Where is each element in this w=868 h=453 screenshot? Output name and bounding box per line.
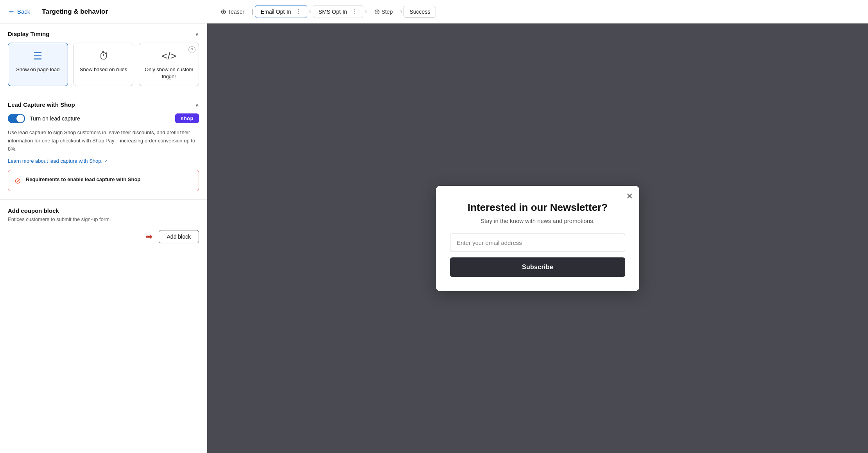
step-chevron-2: ›	[365, 7, 367, 16]
lead-toggle-row: Turn on lead capture shop	[8, 113, 199, 123]
sms-optin-dots-icon[interactable]: ⋮	[351, 8, 357, 15]
display-timing-header: Display Timing ∧	[0, 23, 207, 43]
email-optin-step-btn[interactable]: Email Opt-In ⋮	[255, 5, 307, 18]
external-link-icon: ↗	[104, 158, 108, 164]
coupon-description: Entices customers to submit the sign-up …	[8, 216, 199, 222]
arrow-right-icon: ➡	[145, 232, 152, 242]
timing-card-custom-trigger[interactable]: ? </> Only show on custom trigger	[139, 43, 199, 86]
timing-card-rules-label: Show based on rules	[80, 66, 127, 73]
back-arrow-icon: ←	[8, 7, 15, 16]
subscribe-button[interactable]: Subscribe	[450, 257, 625, 277]
display-timing-title: Display Timing	[8, 31, 49, 37]
teaser-label: Teaser	[228, 9, 244, 15]
nav-step-email: Email Opt-In ⋮ ›	[255, 5, 311, 18]
lead-capture-toggle[interactable]	[8, 114, 25, 123]
coupon-add-row: ➡ Add block	[8, 230, 199, 243]
lead-capture-collapse-icon[interactable]: ∧	[195, 102, 199, 108]
lead-capture-section: Lead Capture with Shop ∧ Turn on lead ca…	[0, 94, 207, 199]
modal-subtitle: Stay in the know with news and promotion…	[450, 218, 625, 224]
toggle-left: Turn on lead capture	[8, 114, 80, 123]
step-separator-1: |	[251, 7, 253, 16]
modal-popup: ✕ Interested in our Newsletter? Stay in …	[436, 186, 639, 291]
sms-optin-label: SMS Opt-In	[319, 9, 347, 15]
requirements-box[interactable]: ⊘ Requirements to enable lead capture wi…	[8, 170, 199, 191]
nav-step-step: ⊕ Step ›	[369, 5, 402, 18]
nav-step-teaser: ⊕ Teaser	[215, 5, 250, 18]
help-icon[interactable]: ?	[188, 46, 195, 53]
top-nav-left: ← Back Targeting & behavior	[0, 0, 207, 23]
timing-cards-container: ☰ Show on page load ⏱ Show based on rule…	[0, 43, 207, 94]
lead-capture-body: Turn on lead capture shop Use lead captu…	[0, 113, 207, 199]
step-chevron-3: ›	[400, 7, 402, 16]
display-timing-collapse-icon[interactable]: ∧	[195, 31, 199, 37]
left-panel: Display Timing ∧ ☰ Show on page load ⏱ S…	[0, 23, 207, 453]
success-step-btn[interactable]: Success	[404, 6, 436, 18]
step-chevron-1: ›	[309, 7, 311, 16]
lead-capture-header: Lead Capture with Shop ∧	[0, 94, 207, 113]
email-optin-label: Email Opt-In	[261, 9, 291, 15]
list-icon: ☰	[33, 50, 42, 62]
code-icon: </>	[161, 50, 176, 62]
teaser-step-btn[interactable]: ⊕ Teaser	[215, 5, 250, 18]
sms-optin-step-btn[interactable]: SMS Opt-In ⋮	[313, 5, 363, 18]
nav-step-sms: SMS Opt-In ⋮ ›	[313, 5, 367, 18]
requirements-text: Requirements to enable lead capture with…	[26, 176, 140, 183]
clock-icon: ⏱	[99, 50, 109, 62]
add-block-button[interactable]: Add block	[159, 230, 199, 243]
main-layout: Display Timing ∧ ☰ Show on page load ⏱ S…	[0, 23, 868, 453]
email-optin-dots-icon[interactable]: ⋮	[295, 8, 301, 15]
toggle-label: Turn on lead capture	[30, 115, 80, 122]
display-timing-section: Display Timing ∧ ☰ Show on page load ⏱ S…	[0, 23, 207, 94]
timing-card-custom-trigger-label: Only show on custom trigger	[144, 66, 194, 80]
plus-icon: ⊕	[221, 7, 226, 16]
modal-close-button[interactable]: ✕	[626, 192, 633, 201]
lead-link-text: Learn more about lead capture with Shop.	[8, 158, 102, 164]
back-label: Back	[17, 8, 30, 15]
nav-step-success: Success	[404, 6, 436, 18]
coupon-block-section: Add coupon block Entices customers to su…	[0, 200, 207, 251]
step-step-btn[interactable]: ⊕ Step	[369, 5, 398, 18]
right-panel: ✕ Interested in our Newsletter? Stay in …	[207, 23, 868, 453]
back-link[interactable]: ← Back	[8, 7, 30, 16]
email-input[interactable]	[450, 234, 625, 252]
timing-card-page-load-label: Show on page load	[16, 66, 59, 73]
lead-learn-more-link[interactable]: Learn more about lead capture with Shop.…	[8, 158, 108, 164]
shop-badge: shop	[175, 113, 199, 123]
timing-card-page-load[interactable]: ☰ Show on page load	[8, 43, 68, 86]
modal-title: Interested in our Newsletter?	[450, 201, 625, 214]
page-title: Targeting & behavior	[42, 8, 108, 16]
top-nav-steps: ⊕ Teaser | Email Opt-In ⋮ › SMS Opt-In ⋮…	[207, 5, 868, 18]
plus-icon-2: ⊕	[374, 7, 380, 16]
lead-description: Use lead capture to sign Shop customers …	[8, 129, 199, 153]
requirements-error-icon: ⊘	[14, 176, 21, 185]
success-label: Success	[409, 9, 430, 15]
top-nav: ← Back Targeting & behavior ⊕ Teaser | E…	[0, 0, 868, 23]
step-label: Step	[382, 9, 393, 15]
lead-capture-title: Lead Capture with Shop	[8, 101, 75, 108]
coupon-title: Add coupon block	[8, 207, 199, 214]
toggle-knob	[16, 115, 24, 122]
timing-card-rules[interactable]: ⏱ Show based on rules	[74, 43, 134, 86]
